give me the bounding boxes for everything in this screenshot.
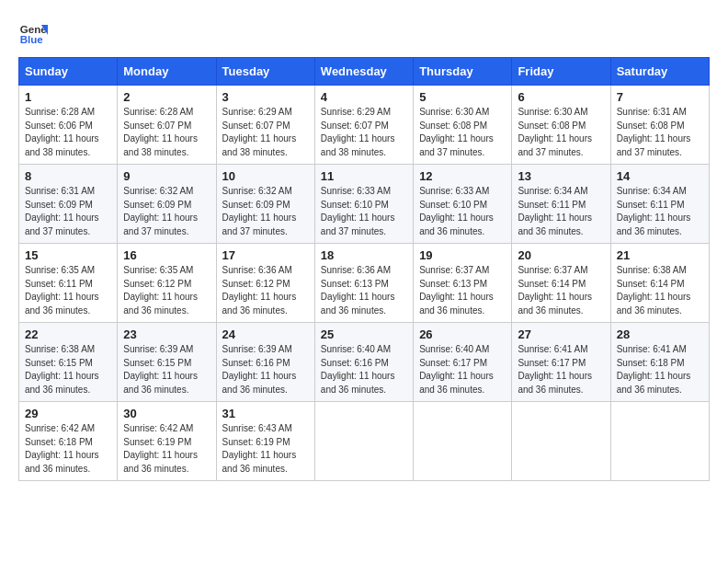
day-detail: Sunrise: 6:41 AMSunset: 6:18 PMDaylight:… (617, 343, 703, 396)
calendar-cell: 27Sunrise: 6:41 AMSunset: 6:17 PMDayligh… (512, 323, 610, 402)
day-detail: Sunrise: 6:38 AMSunset: 6:14 PMDaylight:… (617, 264, 703, 317)
weekday-header-cell: Thursday (414, 58, 512, 86)
day-number: 6 (518, 90, 604, 104)
day-number: 23 (123, 327, 210, 341)
day-number: 29 (25, 407, 111, 420)
calendar-week-row: 29Sunrise: 6:42 AMSunset: 6:18 PMDayligh… (19, 402, 710, 481)
calendar-cell: 13Sunrise: 6:34 AMSunset: 6:11 PMDayligh… (512, 165, 610, 244)
day-detail: Sunrise: 6:29 AMSunset: 6:07 PMDaylight:… (222, 106, 309, 159)
calendar-week-row: 22Sunrise: 6:38 AMSunset: 6:15 PMDayligh… (19, 323, 710, 402)
day-detail: Sunrise: 6:33 AMSunset: 6:10 PMDaylight:… (321, 185, 407, 238)
weekday-header-cell: Wednesday (314, 58, 413, 86)
day-number: 8 (25, 169, 111, 183)
day-number: 7 (617, 90, 703, 104)
day-number: 26 (419, 327, 506, 341)
calendar-cell: 10Sunrise: 6:32 AMSunset: 6:09 PMDayligh… (216, 165, 314, 244)
day-number: 22 (25, 327, 111, 341)
day-detail: Sunrise: 6:41 AMSunset: 6:17 PMDaylight:… (518, 343, 604, 396)
calendar-cell: 20Sunrise: 6:37 AMSunset: 6:14 PMDayligh… (512, 244, 610, 323)
day-number: 15 (25, 248, 111, 262)
calendar-body: 1Sunrise: 6:28 AMSunset: 6:06 PMDaylight… (19, 86, 710, 481)
calendar-cell: 3Sunrise: 6:29 AMSunset: 6:07 PMDaylight… (216, 86, 314, 165)
calendar-cell: 26Sunrise: 6:40 AMSunset: 6:17 PMDayligh… (414, 323, 512, 402)
calendar-cell: 21Sunrise: 6:38 AMSunset: 6:14 PMDayligh… (610, 244, 709, 323)
weekday-header-row: SundayMondayTuesdayWednesdayThursdayFrid… (19, 58, 710, 86)
day-number: 10 (222, 169, 309, 183)
day-detail: Sunrise: 6:43 AMSunset: 6:19 PMDaylight:… (222, 422, 309, 476)
day-number: 28 (617, 327, 703, 341)
weekday-header-cell: Saturday (610, 58, 709, 86)
day-detail: Sunrise: 6:42 AMSunset: 6:18 PMDaylight:… (25, 422, 111, 476)
day-detail: Sunrise: 6:28 AMSunset: 6:06 PMDaylight:… (25, 106, 111, 159)
day-detail: Sunrise: 6:35 AMSunset: 6:11 PMDaylight:… (25, 264, 111, 317)
day-detail: Sunrise: 6:36 AMSunset: 6:12 PMDaylight:… (222, 264, 309, 317)
day-detail: Sunrise: 6:32 AMSunset: 6:09 PMDaylight:… (222, 185, 309, 238)
page-header: General Blue (18, 18, 710, 48)
day-number: 13 (518, 169, 604, 183)
day-number: 14 (617, 169, 703, 183)
calendar-table: SundayMondayTuesdayWednesdayThursdayFrid… (18, 57, 710, 481)
day-number: 12 (419, 169, 506, 183)
day-detail: Sunrise: 6:28 AMSunset: 6:07 PMDaylight:… (123, 106, 210, 159)
calendar-cell: 8Sunrise: 6:31 AMSunset: 6:09 PMDaylight… (19, 165, 118, 244)
calendar-cell: 24Sunrise: 6:39 AMSunset: 6:16 PMDayligh… (216, 323, 314, 402)
day-number: 20 (518, 248, 604, 262)
day-number: 27 (518, 327, 604, 341)
day-number: 1 (25, 90, 111, 104)
calendar-cell: 12Sunrise: 6:33 AMSunset: 6:10 PMDayligh… (414, 165, 512, 244)
calendar-cell: 29Sunrise: 6:42 AMSunset: 6:18 PMDayligh… (19, 402, 118, 481)
day-number: 19 (419, 248, 506, 262)
calendar-cell: 19Sunrise: 6:37 AMSunset: 6:13 PMDayligh… (414, 244, 512, 323)
day-detail: Sunrise: 6:30 AMSunset: 6:08 PMDaylight:… (518, 106, 604, 159)
calendar-cell: 16Sunrise: 6:35 AMSunset: 6:12 PMDayligh… (118, 244, 216, 323)
day-number: 3 (222, 90, 309, 104)
calendar-cell: 31Sunrise: 6:43 AMSunset: 6:19 PMDayligh… (216, 402, 314, 481)
calendar-week-row: 15Sunrise: 6:35 AMSunset: 6:11 PMDayligh… (19, 244, 710, 323)
day-detail: Sunrise: 6:40 AMSunset: 6:17 PMDaylight:… (419, 343, 506, 396)
weekday-header-cell: Monday (118, 58, 216, 86)
day-number: 16 (123, 248, 210, 262)
calendar-cell: 11Sunrise: 6:33 AMSunset: 6:10 PMDayligh… (314, 165, 413, 244)
calendar-cell: 6Sunrise: 6:30 AMSunset: 6:08 PMDaylight… (512, 86, 610, 165)
day-number: 25 (321, 327, 407, 341)
day-detail: Sunrise: 6:34 AMSunset: 6:11 PMDaylight:… (617, 185, 703, 238)
day-detail: Sunrise: 6:31 AMSunset: 6:08 PMDaylight:… (617, 106, 703, 159)
day-number: 24 (222, 327, 309, 341)
calendar-cell: 23Sunrise: 6:39 AMSunset: 6:15 PMDayligh… (118, 323, 216, 402)
day-detail: Sunrise: 6:40 AMSunset: 6:16 PMDaylight:… (321, 343, 407, 396)
day-number: 18 (321, 248, 407, 262)
day-number: 9 (123, 169, 210, 183)
calendar-cell: 2Sunrise: 6:28 AMSunset: 6:07 PMDaylight… (118, 86, 216, 165)
day-number: 5 (419, 90, 506, 104)
calendar-cell: 22Sunrise: 6:38 AMSunset: 6:15 PMDayligh… (19, 323, 118, 402)
calendar-cell: 28Sunrise: 6:41 AMSunset: 6:18 PMDayligh… (610, 323, 709, 402)
day-detail: Sunrise: 6:37 AMSunset: 6:14 PMDaylight:… (518, 264, 604, 317)
day-detail: Sunrise: 6:33 AMSunset: 6:10 PMDaylight:… (419, 185, 506, 238)
calendar-cell: 15Sunrise: 6:35 AMSunset: 6:11 PMDayligh… (19, 244, 118, 323)
calendar-cell (314, 402, 413, 481)
day-detail: Sunrise: 6:42 AMSunset: 6:19 PMDaylight:… (123, 422, 210, 476)
calendar-cell (512, 402, 610, 481)
calendar-cell: 25Sunrise: 6:40 AMSunset: 6:16 PMDayligh… (314, 323, 413, 402)
weekday-header-cell: Friday (512, 58, 610, 86)
weekday-header-cell: Sunday (19, 58, 118, 86)
day-detail: Sunrise: 6:38 AMSunset: 6:15 PMDaylight:… (25, 343, 111, 396)
calendar-cell: 30Sunrise: 6:42 AMSunset: 6:19 PMDayligh… (118, 402, 216, 481)
day-number: 4 (321, 90, 407, 104)
day-detail: Sunrise: 6:32 AMSunset: 6:09 PMDaylight:… (123, 185, 210, 238)
calendar-cell: 5Sunrise: 6:30 AMSunset: 6:08 PMDaylight… (414, 86, 512, 165)
calendar-week-row: 1Sunrise: 6:28 AMSunset: 6:06 PMDaylight… (19, 86, 710, 165)
calendar-cell: 17Sunrise: 6:36 AMSunset: 6:12 PMDayligh… (216, 244, 314, 323)
calendar-cell: 9Sunrise: 6:32 AMSunset: 6:09 PMDaylight… (118, 165, 216, 244)
day-detail: Sunrise: 6:39 AMSunset: 6:16 PMDaylight:… (222, 343, 309, 396)
day-detail: Sunrise: 6:29 AMSunset: 6:07 PMDaylight:… (321, 106, 407, 159)
calendar-cell: 7Sunrise: 6:31 AMSunset: 6:08 PMDaylight… (610, 86, 709, 165)
day-detail: Sunrise: 6:35 AMSunset: 6:12 PMDaylight:… (123, 264, 210, 317)
logo: General Blue (18, 18, 48, 48)
calendar-cell (610, 402, 709, 481)
day-detail: Sunrise: 6:36 AMSunset: 6:13 PMDaylight:… (321, 264, 407, 317)
svg-text:Blue: Blue (20, 34, 44, 45)
calendar-cell: 1Sunrise: 6:28 AMSunset: 6:06 PMDaylight… (19, 86, 118, 165)
calendar-cell: 4Sunrise: 6:29 AMSunset: 6:07 PMDaylight… (314, 86, 413, 165)
day-number: 30 (123, 407, 210, 420)
